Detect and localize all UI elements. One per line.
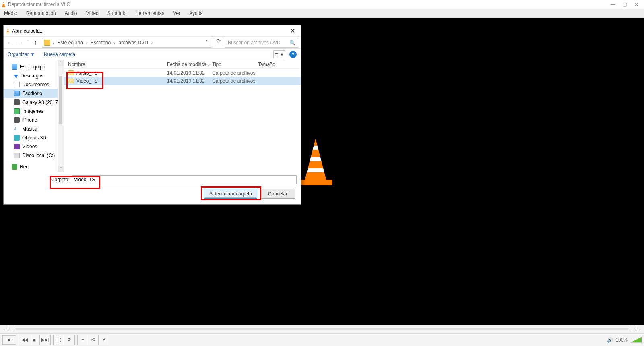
time-elapsed: --:--	[4, 326, 12, 332]
window-controls: — ▢ ✕	[611, 2, 638, 7]
tree-iphone[interactable]: iPhone	[4, 116, 64, 124]
tree-red[interactable]: Red	[4, 162, 64, 171]
table-row[interactable]: Video_TS 14/01/2019 11:32 Carpeta de arc…	[64, 77, 301, 85]
tree-scrollbar[interactable]: ˆ ˅	[58, 60, 64, 172]
dialog-toolbar: Organizar ▼ Nueva carpeta ≣ ▼ ?	[4, 49, 301, 60]
fullscreen-button[interactable]: ⛶	[54, 335, 64, 345]
tree-este-equipo[interactable]: Este equipo	[4, 62, 64, 71]
menu-ayuda[interactable]: Ayuda	[188, 10, 204, 17]
extended-settings-button[interactable]: ⚙	[64, 335, 74, 345]
view-mode-button[interactable]: ≣ ▼	[273, 50, 285, 58]
menu-reproduccion[interactable]: Reproducción	[25, 10, 58, 17]
breadcrumb-dropdown[interactable]: ˅	[205, 40, 209, 46]
file-list-header: Nombre Fecha de modifica... Tipo Tamaño …	[64, 60, 301, 69]
folder-tree: Este equipo Descargas Documentos Escrito…	[4, 60, 64, 172]
open-folder-dialog: Abrir carpeta... ✕ ← → ˅ ↑ › Este equipo…	[3, 25, 301, 205]
vlc-main-window: Reproductor multimedia VLC — ▢ ✕ Medio R…	[0, 0, 644, 346]
crumb-archivos-dvd[interactable]: archivos DVD	[118, 40, 149, 46]
menu-herramientas[interactable]: Herramientas	[134, 10, 166, 17]
sort-indicator-icon: ˆ	[178, 61, 180, 65]
dialog-titlebar: Abrir carpeta... ✕	[4, 25, 301, 37]
dialog-nav: ← → ˅ ↑ › Este equipo › Escritorio › arc…	[4, 37, 301, 49]
search-input[interactable]: Buscar en archivos DVD 🔍	[225, 38, 298, 48]
breadcrumb-bar[interactable]: › Este equipo › Escritorio › archivos DV…	[42, 38, 211, 48]
minimize-button[interactable]: —	[611, 2, 615, 7]
tree-disco-c[interactable]: Disco local (C:)	[4, 151, 64, 160]
select-folder-button[interactable]: Seleccionar carpeta	[204, 189, 257, 199]
tree-objetos-3d[interactable]: Objetos 3D	[4, 133, 64, 142]
col-type[interactable]: Tipo	[212, 62, 221, 67]
volume-text: 100%	[615, 337, 628, 343]
search-icon: 🔍	[289, 40, 295, 46]
seek-slider[interactable]	[16, 328, 628, 330]
tree-musica[interactable]: ♪Música	[4, 124, 64, 133]
shuffle-button[interactable]: ⤨	[99, 335, 109, 345]
vlc-titlebar: Reproductor multimedia VLC — ▢ ✕	[0, 0, 644, 9]
folder-name-input[interactable]	[72, 175, 297, 184]
dialog-close-button[interactable]: ✕	[287, 27, 298, 35]
folder-name-label: Carpeta:	[51, 177, 70, 182]
play-button[interactable]: ▶	[2, 335, 16, 345]
time-bar: --:-- --:--	[0, 325, 644, 333]
time-remaining: --:--	[632, 326, 640, 332]
menu-medio[interactable]: Medio	[2, 10, 19, 17]
nav-forward-button[interactable]: →	[17, 39, 25, 46]
playlist-button[interactable]: ≡	[78, 335, 88, 345]
loop-button[interactable]: ⟲	[88, 335, 99, 345]
dialog-footer: Carpeta: Seleccionar carpeta Cancelar	[4, 172, 301, 204]
tree-imagenes[interactable]: Imágenes	[4, 107, 64, 116]
scroll-thumb[interactable]	[59, 76, 62, 124]
volume-icon[interactable]: 🔊	[607, 337, 613, 343]
nav-back-button[interactable]: ←	[6, 39, 14, 46]
table-row[interactable]: Audio_TS 14/01/2019 11:32 Carpeta de arc…	[64, 69, 301, 77]
col-size[interactable]: Tamaño	[258, 62, 275, 67]
app-title: Reproductor multimedia VLC	[8, 2, 70, 7]
help-icon[interactable]: ?	[289, 51, 297, 58]
folder-icon	[68, 70, 74, 75]
menu-video[interactable]: Vídeo	[84, 10, 100, 17]
cancel-button[interactable]: Cancelar	[260, 189, 295, 199]
nav-up-button[interactable]: ↑	[31, 39, 39, 46]
volume-slider[interactable]	[630, 337, 642, 343]
next-button[interactable]: ▶▶|	[40, 335, 50, 345]
maximize-button[interactable]: ▢	[623, 2, 627, 7]
tree-videos[interactable]: Vídeos	[4, 142, 64, 151]
menu-subtitulo[interactable]: Subtítulo	[106, 10, 128, 17]
menu-ver[interactable]: Ver	[171, 10, 182, 17]
tree-galaxy-a3[interactable]: Galaxy A3 (2017)	[4, 98, 64, 107]
new-folder-button[interactable]: Nueva carpeta	[44, 52, 75, 57]
tree-descargas[interactable]: Descargas	[4, 71, 64, 80]
crumb-escritorio[interactable]: Escritorio	[90, 40, 111, 46]
vlc-cone-icon	[2, 2, 6, 7]
dialog-title: Abrir carpeta...	[12, 28, 44, 34]
file-list: Nombre Fecha de modifica... Tipo Tamaño …	[64, 60, 301, 172]
folder-icon	[68, 79, 74, 83]
playback-controls: ▶ |◀◀ ■ ▶▶| ⛶ ⚙ ≡ ⟲ ⤨ 🔊 100%	[0, 333, 644, 346]
vlc-logo-cone	[302, 139, 329, 183]
menu-audio[interactable]: Audio	[63, 10, 79, 17]
scroll-down-icon[interactable]: ˅	[58, 166, 64, 172]
vlc-menubar: Medio Reproducción Audio Vídeo Subtítulo…	[0, 9, 644, 18]
vlc-cone-icon	[6, 28, 10, 33]
close-button[interactable]: ✕	[634, 2, 638, 7]
tree-documentos[interactable]: Documentos	[4, 80, 64, 89]
col-name[interactable]: Nombre	[68, 62, 85, 67]
refresh-button[interactable]: ⟳	[214, 38, 223, 47]
tree-escritorio[interactable]: Escritorio	[4, 89, 64, 98]
folder-icon	[44, 40, 50, 46]
crumb-este-equipo[interactable]: Este equipo	[56, 40, 83, 46]
scroll-up-icon[interactable]: ˆ	[58, 60, 64, 66]
previous-button[interactable]: |◀◀	[19, 335, 29, 345]
organize-button[interactable]: Organizar ▼	[8, 52, 35, 57]
search-placeholder: Buscar en archivos DVD	[228, 40, 281, 46]
col-date[interactable]: Fecha de modifica...	[167, 62, 211, 67]
stop-button[interactable]: ■	[29, 335, 40, 345]
